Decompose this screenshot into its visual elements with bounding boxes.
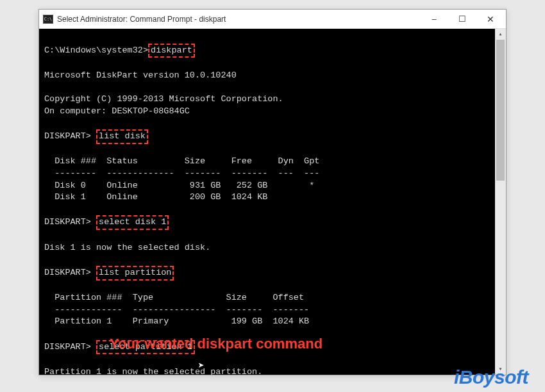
vertical-scrollbar[interactable]: ▴ ▾ — [495, 29, 506, 375]
window-title: Select Administrator: Command Prompt - d… — [57, 15, 420, 24]
close-button[interactable]: ✕ — [476, 10, 505, 28]
highlight-diskpart: diskpart — [148, 44, 195, 58]
disk-row-1: Disk 1 Online 200 GB 1024 KB — [44, 192, 267, 202]
window-controls: – ☐ ✕ — [420, 10, 505, 28]
disk-table-divider: -------- ------------- ------- ------- -… — [44, 168, 319, 178]
annotation-text: Your wanted diskpart command — [110, 334, 323, 354]
highlight-list-disk: list disk — [96, 129, 148, 144]
copyright-line: Copyright (C) 1999-2013 Microsoft Corpor… — [44, 94, 283, 104]
partition-table-divider: ------------- ---------------- ------- -… — [44, 305, 309, 314]
highlight-list-partition: list partition — [96, 266, 174, 281]
diskpart-prompt: DISKPART> — [44, 131, 91, 141]
disk-row-0: Disk 0 Online 931 GB 252 GB * — [44, 181, 314, 190]
diskpart-prompt: DISKPART> — [44, 217, 91, 227]
scroll-up-icon[interactable]: ▴ — [495, 29, 506, 40]
minimize-button[interactable]: – — [420, 10, 448, 28]
prompt-path: C:\Windows\system32> — [44, 45, 148, 55]
select-partition-msg: Partition 1 is now the selected partitio… — [44, 367, 262, 375]
cmd-icon: C:\ — [43, 15, 53, 24]
diskpart-prompt: DISKPART> — [44, 342, 91, 352]
titlebar[interactable]: C:\ Select Administrator: Command Prompt… — [39, 10, 506, 29]
partition-row-0: Partition 1 Primary 199 GB 1024 KB — [44, 316, 309, 326]
scroll-thumb[interactable] — [496, 40, 505, 181]
terminal-area[interactable]: C:\Windows\system32>diskpart Microsoft D… — [39, 29, 506, 375]
mouse-cursor-icon: ➤ — [198, 359, 205, 373]
disk-table-header: Disk ### Status Size Free Dyn Gpt — [44, 156, 319, 166]
select-disk-msg: Disk 1 is now the selected disk. — [44, 243, 210, 252]
watermark-logo: iBoysoft — [454, 366, 528, 388]
diskpart-prompt: DISKPART> — [44, 268, 91, 277]
command-prompt-window: C:\ Select Administrator: Command Prompt… — [38, 9, 507, 375]
partition-table-header: Partition ### Type Size Offset — [44, 293, 304, 302]
version-line: Microsoft DiskPart version 10.0.10240 — [44, 70, 237, 80]
computer-line: On computer: DESKTOP-08G84GC — [44, 106, 190, 116]
highlight-select-disk: select disk 1 — [96, 215, 169, 230]
maximize-button[interactable]: ☐ — [448, 10, 476, 28]
